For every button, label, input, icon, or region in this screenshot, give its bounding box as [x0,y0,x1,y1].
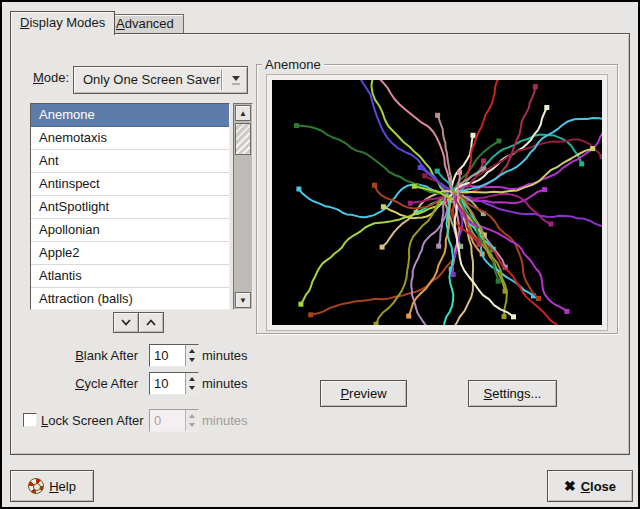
settings-button[interactable]: Settings... [468,380,557,407]
preview-button-label: Preview [340,386,386,401]
spin-up-icon [189,374,195,381]
tab-advanced[interactable]: Advanced [106,14,184,33]
tab-advanced-label: A [116,16,125,31]
spin-up-button [186,410,198,421]
chevron-shadow [232,83,240,85]
screensaver-list: Anemone Anemotaxis Ant Antinspect AntSpo… [30,103,230,310]
close-button[interactable]: ✖ Close [547,470,633,502]
lifebuoy-icon [28,478,44,494]
help-button-label: Help [49,479,76,494]
lock-minutes-label: minutes [202,409,248,432]
list-item[interactable]: Ant [31,150,229,173]
spin-up-icon [189,411,195,418]
spin-down-button[interactable] [186,356,198,367]
spin-down-button[interactable] [186,384,198,395]
tab-display-modes-label: D [20,15,29,30]
cycle-minutes-label: minutes [202,372,248,395]
lock-screen-checkbox[interactable] [23,413,37,427]
settings-button-label: Settings... [484,386,542,401]
spin-down-button [186,421,198,432]
spin-up-icon [189,346,195,353]
scrollbar-thumb[interactable] [235,123,251,155]
preview-button[interactable]: Preview [320,380,407,407]
blank-after-spinbox [149,344,199,367]
chevron-down-icon [120,318,132,327]
list-scrollbar[interactable]: ▲ ▼ [233,103,253,310]
list-item[interactable]: Antinspect [31,173,229,196]
tab-display-modes[interactable]: Display Modes [10,11,115,35]
preview-mat [266,74,608,331]
blank-minutes-label: minutes [202,344,248,367]
cycle-after-spinbox [149,372,199,395]
scroll-down-button[interactable]: ▼ [235,292,251,308]
blank-after-spin-arrows [185,345,198,366]
cycle-after-spin-arrows [185,373,198,394]
mode-label: Mode: [33,68,69,88]
anemone-preview-drawing [272,80,602,325]
mode-dropdown[interactable]: Only One Screen Saver [73,66,248,94]
xscreensaver-preferences-window: Display Modes Advanced Mode: Only One Sc… [0,0,640,509]
close-x-icon: ✖ [564,478,576,494]
lock-after-input [150,410,185,431]
list-item[interactable]: Anemotaxis [31,127,229,150]
list-item[interactable]: AntSpotlight [31,196,229,219]
dropdown-separator [221,70,223,90]
spin-down-icon [189,358,195,365]
blank-after-input[interactable] [150,345,185,366]
scroll-up-icon: ▲ [239,109,247,118]
lock-screen-label: Lock Screen After [41,409,144,432]
move-up-button[interactable] [138,312,164,333]
lock-after-spinbox [149,409,199,432]
spin-up-button[interactable] [186,373,198,384]
spin-down-icon [189,423,195,430]
scroll-down-icon: ▼ [239,296,247,305]
list-item[interactable]: Apple2 [31,242,229,265]
close-button-label: Close [581,479,616,494]
cycle-after-input[interactable] [150,373,185,394]
list-item[interactable]: Atlantis [31,265,229,288]
spin-up-button[interactable] [186,345,198,356]
lock-after-spin-arrows [185,410,198,431]
list-item[interactable]: Apollonian [31,219,229,242]
list-item[interactable]: Anemone [31,104,229,127]
move-down-button[interactable] [113,312,139,333]
cycle-after-label: Cycle After [31,372,138,395]
list-item[interactable]: Attraction (balls) [31,288,229,310]
help-button[interactable]: Help [10,470,94,502]
chevron-up-icon [145,318,157,327]
tab-display-modes-label-rest: isplay Modes [29,15,105,30]
mode-dropdown-value: Only One Screen Saver [83,72,220,87]
preview-group-title: Anemone [262,57,324,72]
tab-advanced-label-rest: dvanced [125,16,174,31]
scroll-up-button[interactable]: ▲ [235,105,251,121]
spin-down-icon [189,386,195,393]
preview-screen [272,80,602,325]
blank-after-label: Blank After [31,344,138,367]
